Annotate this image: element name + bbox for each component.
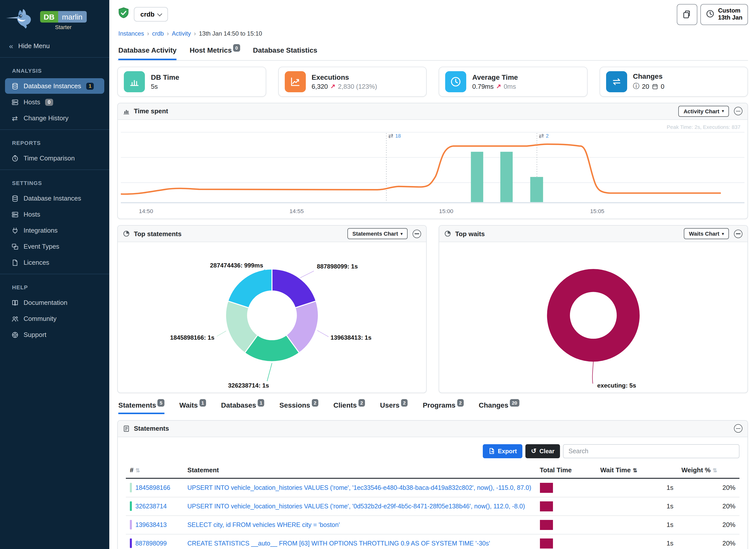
sort-icon: ⇅ bbox=[135, 467, 140, 473]
activity-chart-selector[interactable]: Activity Chart ▾ bbox=[679, 106, 729, 117]
tab-programs[interactable]: Programs2 bbox=[423, 401, 463, 414]
slice-label: 1845898166: 1s bbox=[170, 334, 214, 341]
brand: DB marlin Starter bbox=[0, 0, 109, 36]
collapse-panel-button[interactable] bbox=[734, 229, 742, 238]
up-arrow-icon: ↗ bbox=[330, 83, 335, 90]
statements-header: Statements bbox=[118, 421, 747, 437]
breadcrumb-activity[interactable]: Activity bbox=[172, 30, 191, 37]
sidebar-item-support[interactable]: Support bbox=[5, 327, 104, 342]
section-title: REPORTS bbox=[0, 134, 109, 150]
time-range-button[interactable]: Custom 13th Jan bbox=[701, 4, 748, 25]
breadcrumb-instances[interactable]: Instances bbox=[118, 30, 144, 37]
weight-value: 20% bbox=[677, 534, 739, 549]
divider bbox=[0, 274, 109, 274]
statement-id-link[interactable]: 326238714 bbox=[135, 503, 167, 510]
card-title: Average Time bbox=[472, 73, 518, 81]
slice-label: 287474436: 999ms bbox=[210, 262, 263, 269]
slice-label: 887898099: 1s bbox=[317, 263, 358, 270]
top-waits-chart: executing: 5s bbox=[439, 242, 747, 393]
tab-database-statistics[interactable]: Database Statistics bbox=[253, 43, 317, 60]
x-tick: 14:50 bbox=[139, 208, 153, 214]
card-value: 6,320 bbox=[312, 82, 328, 90]
sidebar-item-settings-database-instances[interactable]: Database Instances bbox=[5, 191, 104, 206]
executions-bar[interactable] bbox=[530, 177, 543, 202]
tab-databases[interactable]: Databases1 bbox=[221, 401, 264, 414]
search-input[interactable] bbox=[563, 444, 739, 458]
top-statements-header: Top statements Statements Chart ▾ bbox=[118, 226, 426, 242]
top-waits-panel: Top waits Waits Chart ▾ bbox=[439, 225, 748, 393]
sidebar-item-label: Community bbox=[24, 315, 57, 322]
statement-sql-link[interactable]: UPSERT INTO vehicle_location_histories V… bbox=[187, 485, 531, 492]
hide-menu-button[interactable]: « Hide Menu bbox=[0, 36, 109, 56]
change-marker-count: 2 bbox=[546, 133, 549, 138]
tab-sessions[interactable]: Sessions2 bbox=[279, 401, 318, 414]
card-average-time: Average Time 0.79ms ↗ 0ms bbox=[439, 66, 587, 97]
tab-statements[interactable]: Statements5 bbox=[118, 401, 164, 414]
sidebar-item-time-comparison[interactable]: Time Comparison bbox=[5, 150, 104, 166]
collapse-panel-button[interactable] bbox=[734, 424, 742, 433]
detail-tabs: Statements5 Waits1 Databases1 Sessions2 … bbox=[118, 401, 747, 414]
statement-list-icon bbox=[123, 425, 130, 432]
executions-bar[interactable] bbox=[500, 152, 513, 202]
instance-selector[interactable]: crdb bbox=[134, 7, 168, 22]
instance-name: crdb bbox=[140, 11, 154, 18]
executions-bar[interactable] bbox=[471, 152, 483, 202]
waits-chart-selector[interactable]: Waits Chart ▾ bbox=[684, 228, 729, 239]
tab-host-metrics[interactable]: Host Metrics0 bbox=[190, 43, 240, 60]
statements-chart-selector[interactable]: Statements Chart ▾ bbox=[347, 228, 408, 239]
svg-text:⇄2: ⇄2 bbox=[539, 132, 548, 139]
column-header-statement[interactable]: Statement bbox=[183, 463, 536, 478]
waits-donut-svg[interactable]: executing: 5s bbox=[442, 243, 744, 390]
tab-users[interactable]: Users2 bbox=[380, 401, 408, 414]
copy-link-button[interactable] bbox=[677, 4, 698, 25]
statement-id-link[interactable]: 139638413 bbox=[135, 521, 167, 528]
statement-id-link[interactable]: 887898099 bbox=[135, 540, 167, 547]
breadcrumb-separator: › bbox=[194, 30, 196, 37]
sidebar-item-settings-hosts[interactable]: Hosts bbox=[5, 207, 104, 222]
tab-database-activity[interactable]: Database Activity bbox=[118, 43, 176, 60]
activity-chart-svg[interactable]: ⇄18 ⇄2 14:50 14:55 15:00 15:05 bbox=[121, 122, 744, 217]
sidebar-item-community[interactable]: Community bbox=[5, 311, 104, 326]
breadcrumb-crdb[interactable]: crdb bbox=[152, 30, 164, 37]
statement-sql-link[interactable]: CREATE STATISTICS __auto__ FROM [63] WIT… bbox=[187, 540, 490, 547]
sidebar-item-hosts[interactable]: Hosts 0 bbox=[5, 94, 104, 110]
sidebar-item-integrations[interactable]: Integrations bbox=[5, 223, 104, 238]
sidebar-item-label: Documentation bbox=[24, 299, 67, 306]
clock-icon bbox=[706, 10, 715, 20]
calendar-icon bbox=[652, 83, 658, 89]
sidebar-section-help: HELP Documentation Community Support bbox=[0, 275, 109, 345]
statements-donut-svg[interactable]: 287474436: 999ms 887898099: 1s 139638413… bbox=[121, 243, 423, 390]
sidebar-item-documentation[interactable]: Documentation bbox=[5, 295, 104, 310]
total-time-bar bbox=[540, 538, 553, 548]
tab-changes[interactable]: Changes20 bbox=[479, 401, 519, 414]
change-marker-icon: ⇄ bbox=[539, 132, 544, 139]
statement-id-link[interactable]: 1845898166 bbox=[135, 484, 170, 491]
sidebar-item-database-instances[interactable]: Database Instances 1 bbox=[5, 78, 104, 94]
marlin-fish-logo-icon bbox=[5, 5, 37, 33]
donut-slice-executing[interactable] bbox=[558, 281, 628, 350]
export-button[interactable]: Export bbox=[483, 444, 522, 458]
people-icon bbox=[11, 315, 19, 322]
donut-slice-887898099[interactable] bbox=[272, 269, 316, 308]
column-header-wait-time[interactable]: Wait Time⇅ bbox=[596, 463, 678, 478]
column-header-weight[interactable]: Weight %⇅ bbox=[677, 463, 739, 478]
sidebar-item-licences[interactable]: Licences bbox=[5, 255, 104, 270]
tab-waits[interactable]: Waits1 bbox=[179, 401, 206, 414]
statement-sql-link[interactable]: UPSERT INTO vehicle_location_histories V… bbox=[187, 503, 525, 510]
donut-row: Top statements Statements Chart ▾ bbox=[117, 225, 748, 393]
card-value: 5s bbox=[151, 82, 158, 90]
collapse-panel-button[interactable] bbox=[734, 107, 742, 115]
section-title: ANALYSIS bbox=[0, 62, 109, 78]
clear-button[interactable]: ↺ Clear bbox=[525, 444, 560, 458]
total-time-bar bbox=[540, 520, 553, 530]
column-header-total-time[interactable]: Total Time bbox=[536, 463, 596, 478]
column-header-num[interactable]: #⇅ bbox=[126, 463, 183, 478]
sidebar-item-event-types[interactable]: Event Types bbox=[5, 239, 104, 254]
statement-sql-link[interactable]: SELECT city, id FROM vehicles WHERE city… bbox=[187, 522, 340, 529]
collapse-panel-button[interactable] bbox=[413, 229, 421, 238]
tab-clients[interactable]: Clients2 bbox=[333, 401, 365, 414]
sidebar-item-label: Licences bbox=[24, 259, 49, 266]
server-icon bbox=[11, 211, 19, 218]
donut-slice-287474436[interactable] bbox=[228, 269, 272, 308]
sidebar-item-change-history[interactable]: ⇄ Change History bbox=[5, 110, 104, 126]
